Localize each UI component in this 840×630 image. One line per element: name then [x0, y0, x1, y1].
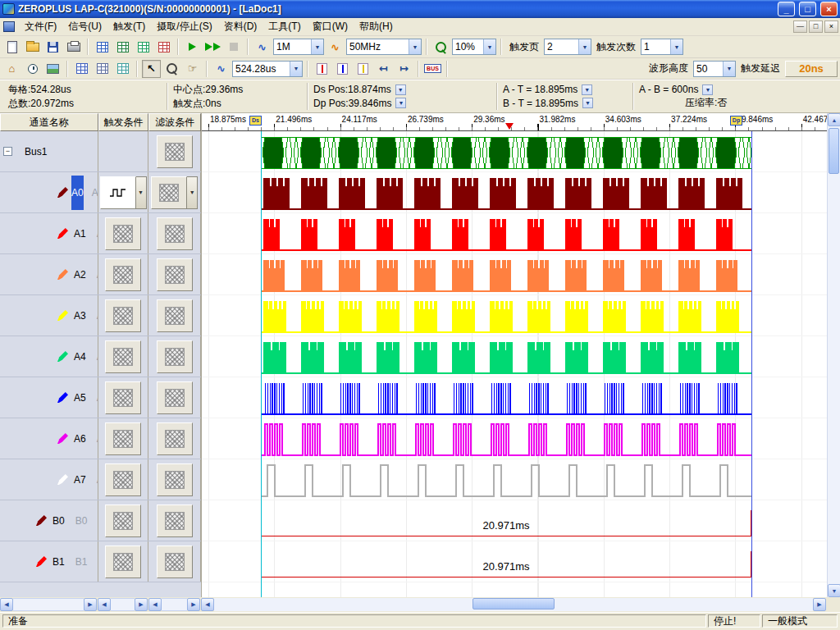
wave-height-combo[interactable]: 50▼: [693, 61, 736, 77]
channel-label-A1[interactable]: A1: [71, 228, 89, 240]
repeat-run-button[interactable]: [203, 38, 222, 56]
menu-item-7[interactable]: 窗口(W): [307, 17, 354, 36]
sample-rate-combo[interactable]: 50MHz▼: [346, 39, 422, 55]
trigger-condition-A6-button[interactable]: [105, 422, 141, 455]
trigger-marker-icon[interactable]: [505, 123, 514, 130]
waveform-scroll-thumb[interactable]: [472, 598, 555, 609]
scroll-right-icon[interactable]: ▶: [187, 598, 200, 611]
scroll-left-icon[interactable]: ◀: [98, 598, 111, 611]
trigger-condition-A7-button[interactable]: [105, 463, 141, 496]
menu-item-4[interactable]: 摄取/停止(S): [151, 17, 217, 36]
filter-condition-A2-button[interactable]: [157, 258, 193, 291]
filter-condition-B1-button[interactable]: [157, 546, 193, 578]
channel-name-cell-Bus1[interactable]: −Bus1: [0, 131, 98, 171]
channel-label-A6[interactable]: A6: [71, 433, 89, 445]
trigger-page-combo-dropdown-icon[interactable]: ▼: [578, 39, 591, 54]
channel-label-Bus1[interactable]: Bus1: [22, 146, 49, 158]
close-button[interactable]: ×: [820, 2, 838, 16]
menu-item-5[interactable]: 资料(D): [218, 17, 263, 36]
waveform-scrollbar[interactable]: ◀ ▶: [201, 598, 826, 611]
bus-expand-button[interactable]: BUS: [423, 60, 442, 78]
channel-name-cell-A6[interactable]: A6A6: [0, 418, 98, 459]
column-header-trigger-condition[interactable]: 触发条件: [98, 113, 149, 131]
ds-pos-dropdown[interactable]: ▼: [395, 84, 406, 95]
channel-name-cell-A3[interactable]: A3A3: [0, 295, 98, 336]
menu-item-3[interactable]: 触发(T): [107, 17, 151, 36]
time-display-button[interactable]: [23, 60, 42, 78]
trigger-condition-B1-button[interactable]: [105, 546, 141, 578]
mdi-restore-button[interactable]: □: [809, 21, 823, 33]
filter-condition-A5-button[interactable]: [157, 381, 193, 414]
bar-add-button[interactable]: [354, 60, 372, 78]
trigger-condition-A3-button[interactable]: [105, 299, 141, 332]
trigger-condition-A1-button[interactable]: [105, 217, 141, 250]
menu-item-6[interactable]: 工具(T): [262, 17, 306, 36]
filter-condition-A3-button[interactable]: [157, 299, 193, 332]
channel-setup-button[interactable]: [93, 38, 112, 56]
a-b-dropdown[interactable]: ▼: [702, 84, 713, 95]
channel-label-A0[interactable]: A0: [71, 176, 84, 210]
trigger-count-combo-dropdown-icon[interactable]: ▼: [670, 39, 682, 54]
waveform-row-A2[interactable]: [202, 254, 827, 295]
run-button[interactable]: [183, 38, 202, 56]
waveform-scroll-track[interactable]: [214, 598, 813, 611]
menu-item-1[interactable]: 文件(F): [19, 17, 62, 36]
channel-name-cell-A0[interactable]: A0A0: [0, 172, 98, 212]
scroll-track[interactable]: [13, 598, 84, 611]
channel-name-cell-B0[interactable]: B0B0: [0, 500, 98, 541]
new-file-button[interactable]: [2, 38, 21, 56]
waveform-row-A7[interactable]: [202, 459, 827, 500]
wave-height-combo-dropdown-icon[interactable]: ▼: [723, 62, 735, 76]
screenshot-button[interactable]: [43, 60, 62, 78]
trigger-condition-B0-button[interactable]: [105, 504, 141, 537]
channel-name-cell-A2[interactable]: A2A2: [0, 254, 98, 294]
filter-condition-B0-button[interactable]: [157, 504, 193, 537]
time-scale-combo[interactable]: 524.28us▼: [232, 61, 303, 77]
vscroll-track[interactable]: [828, 126, 840, 584]
print-button[interactable]: [64, 38, 83, 56]
menu-item-2[interactable]: 信号(U): [62, 17, 107, 36]
dp-pos-dropdown[interactable]: ▼: [395, 98, 406, 108]
scroll-right-button[interactable]: ▶: [813, 598, 826, 611]
filter-condition-Bus1-button[interactable]: [157, 135, 193, 168]
channel-name-cell-A4[interactable]: A4A4: [0, 336, 98, 377]
channel-label-B0[interactable]: B0: [50, 515, 67, 527]
sample-depth-icon-button[interactable]: ∿: [253, 38, 272, 56]
sample-depth-combo-dropdown-icon[interactable]: ▼: [311, 39, 323, 54]
channel-label-A7[interactable]: A7: [71, 474, 89, 486]
filter-condition-A6-button[interactable]: [157, 422, 193, 455]
column-header-filter-condition[interactable]: 滤波条件: [148, 113, 201, 131]
zoom-ratio-combo-dropdown-icon[interactable]: ▼: [483, 39, 495, 54]
chart-window-button[interactable]: [113, 60, 132, 78]
data-list-button[interactable]: [154, 38, 173, 56]
trigger-condition-A0-button[interactable]: [100, 176, 136, 209]
scroll-down-button[interactable]: ▼: [828, 584, 840, 597]
waveform-canvas[interactable]: 20.971ms20.971ms: [202, 131, 827, 597]
scroll-right-icon[interactable]: ▶: [84, 598, 97, 611]
column-header-channel-name[interactable]: 通道名称: [0, 113, 98, 131]
dp-marker-flag[interactable]: Dp: [730, 116, 742, 126]
waveform-row-A1[interactable]: [202, 213, 827, 254]
filter-column-scrollbar[interactable]: ◀▶: [148, 598, 200, 611]
channel-name-cell-A1[interactable]: A1A1: [0, 213, 98, 253]
trigger-condition-A4-button[interactable]: [105, 340, 141, 373]
waveform-display-area[interactable]: 18.875ms21.496ms24.117ms26.739ms29.36ms3…: [202, 113, 827, 597]
sample-rate-icon-button[interactable]: ∿: [326, 38, 345, 56]
waveform-row-A5[interactable]: [202, 377, 827, 418]
a-t-dropdown[interactable]: ▼: [582, 84, 592, 95]
grid-window-button[interactable]: [93, 60, 112, 78]
sample-depth-combo[interactable]: 1M▼: [273, 39, 324, 55]
waveform-row-A0[interactable]: [202, 172, 827, 213]
scroll-up-button[interactable]: ▲: [828, 113, 840, 126]
channel-label-A2[interactable]: A2: [71, 269, 89, 281]
filter-condition-A7-button[interactable]: [157, 463, 193, 496]
bar-b-button[interactable]: [333, 60, 352, 78]
trigger-count-combo[interactable]: 1▼: [641, 39, 683, 55]
waveform-row-A4[interactable]: [202, 336, 827, 377]
filter-condition-A4-button[interactable]: [157, 340, 193, 373]
name-column-scrollbar[interactable]: ◀▶: [0, 598, 97, 611]
time-scale-icon-button[interactable]: ∿: [212, 60, 231, 78]
scroll-right-icon[interactable]: ▶: [135, 598, 148, 611]
channel-name-cell-B1[interactable]: B1B1: [0, 541, 98, 582]
ds-marker-flag[interactable]: Ds: [249, 116, 262, 126]
